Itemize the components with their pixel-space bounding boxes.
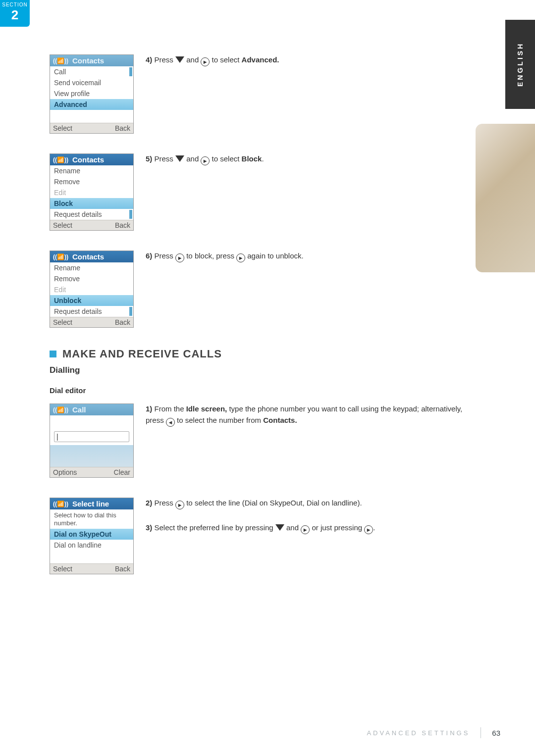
menu-item-send-voicemail: Send voicemail <box>50 77 133 88</box>
down-arrow-icon <box>175 56 184 63</box>
menu-item-view-profile: View profile <box>50 88 133 99</box>
softkeys: Select Back <box>50 123 133 133</box>
dial-step3-text: 3) Select the preferred line by pressing… <box>146 522 466 534</box>
menu-item-rename: Rename <box>50 165 133 176</box>
softkeys: Select Back <box>50 563 133 574</box>
dial-step3-number: 3) <box>146 523 152 532</box>
signal-icon: ((📶)) <box>53 156 68 163</box>
softkey-select: Select <box>53 221 72 229</box>
softkey-back: Back <box>115 124 130 132</box>
menu-item-dial-landline: Dial on landline <box>50 540 133 551</box>
softkey-clear: Clear <box>114 468 130 476</box>
phone-screen-contacts-advanced: ((📶)) Contacts Call Send voicemail View … <box>50 54 134 134</box>
phone-screen-select-line: ((📶)) Select line Select how to dial thi… <box>50 498 134 574</box>
enter-icon: ▸ <box>236 253 245 262</box>
menu-item-dial-skypeout: Dial on SkypeOut <box>50 529 133 540</box>
menu-item-edit: Edit <box>50 284 133 295</box>
phone-screen-call: ((📶)) Call | Options Clear <box>50 403 134 478</box>
down-arrow-icon <box>275 524 284 531</box>
enter-icon: ▸ <box>301 525 310 534</box>
menu-item-unblock: Unblock <box>50 295 133 306</box>
menu-item-remove: Remove <box>50 176 133 187</box>
step4-number: 4) <box>146 55 152 64</box>
softkey-back: Back <box>115 565 130 573</box>
menu-item-edit: Edit <box>50 187 133 198</box>
menu-body: Rename Remove Edit Unblock Request detai… <box>50 262 133 317</box>
menu-item-rename: Rename <box>50 262 133 273</box>
side-photo <box>476 124 535 272</box>
enter-icon: ▸ <box>201 156 210 165</box>
signal-icon: ((📶)) <box>53 57 68 64</box>
section-bullet-icon <box>50 351 56 357</box>
softkey-select: Select <box>53 318 72 326</box>
section-number: 2 <box>0 7 30 23</box>
phone-title: ((📶)) Call <box>50 404 133 415</box>
softkey-back: Back <box>115 318 130 326</box>
softkey-back: Back <box>115 221 130 229</box>
dial-step1-number: 1) <box>146 404 152 413</box>
menu-item-block: Block <box>50 198 133 209</box>
phone-screen-contacts-unblock: ((📶)) Contacts Rename Remove Edit Unbloc… <box>50 251 134 328</box>
selectline-body: Select how to dial this number. Dial on … <box>50 509 133 563</box>
menu-item-remove: Remove <box>50 273 133 284</box>
softkey-options: Options <box>53 468 77 476</box>
step6-number: 6) <box>146 252 152 260</box>
down-arrow-icon <box>175 155 184 162</box>
page-number: 63 <box>492 729 500 737</box>
section-title: MAKE AND RECEIVE CALLS <box>62 348 222 360</box>
title-text: Select line <box>72 500 109 508</box>
left-icon: ◂ <box>166 418 175 427</box>
subheading-dialling: Dialling <box>50 365 466 375</box>
phone-title: ((📶)) Contacts <box>50 55 133 66</box>
phone-title: ((📶)) Select line <box>50 498 133 509</box>
menu-item-advanced: Advanced <box>50 99 133 110</box>
subheading-dial-editor: Dial editor <box>50 386 466 395</box>
dial-step2-text: 2) Press ▸ to select the line (Dial on S… <box>146 498 466 509</box>
menu-body: Call Send voicemail View profile Advance… <box>50 66 133 123</box>
softkeys: Options Clear <box>50 467 133 477</box>
footer-section: ADVANCED SETTINGS <box>367 729 470 737</box>
phone-screen-contacts-block: ((📶)) Contacts Rename Remove Edit Block … <box>50 153 134 231</box>
language-tab: ENGLISH <box>505 20 535 109</box>
title-text: Contacts <box>72 155 104 164</box>
signal-icon: ((📶)) <box>53 253 68 260</box>
phone-title: ((📶)) Contacts <box>50 154 133 165</box>
softkeys: Select Back <box>50 220 133 230</box>
menu-item-request-details: Request details <box>50 306 133 317</box>
step5-number: 5) <box>146 154 152 163</box>
menu-item-request-details: Request details <box>50 209 133 220</box>
dial-step1-text: 1) From the Idle screen, type the phone … <box>146 403 466 478</box>
enter-icon: ▸ <box>175 501 184 509</box>
menu-body: Rename Remove Edit Block Request details <box>50 165 133 220</box>
call-body: | <box>50 415 133 467</box>
dial-input[interactable]: | <box>54 431 129 442</box>
step5-target: Block <box>242 154 262 163</box>
section-badge: SECTION 2 <box>0 0 30 27</box>
title-text: Contacts <box>72 56 104 65</box>
step6-text: 6) Press ▸ to block, press ▸ again to un… <box>146 251 466 328</box>
dial-step2-number: 2) <box>146 499 152 507</box>
step4-target: Advanced. <box>242 55 279 64</box>
page-footer: ADVANCED SETTINGS 63 <box>367 727 500 738</box>
title-text: Call <box>72 405 86 414</box>
menu-item-call: Call <box>50 66 133 77</box>
signal-icon: ((📶)) <box>53 501 68 507</box>
title-text: Contacts <box>72 252 104 261</box>
enter-icon: ▸ <box>364 525 373 534</box>
phone-title: ((📶)) Contacts <box>50 251 133 262</box>
step4-text: 4) Press and ▸ to select Advanced. <box>146 54 466 134</box>
signal-icon: ((📶)) <box>53 406 68 413</box>
select-line-help: Select how to dial this number. <box>50 509 133 529</box>
section-label: SECTION <box>0 2 30 7</box>
softkeys: Select Back <box>50 317 133 327</box>
softkey-select: Select <box>53 124 72 132</box>
enter-icon: ▸ <box>175 253 184 262</box>
softkey-select: Select <box>53 565 72 573</box>
enter-icon: ▸ <box>201 57 210 66</box>
step5-text: 5) Press and ▸ to select Block. <box>146 153 466 231</box>
